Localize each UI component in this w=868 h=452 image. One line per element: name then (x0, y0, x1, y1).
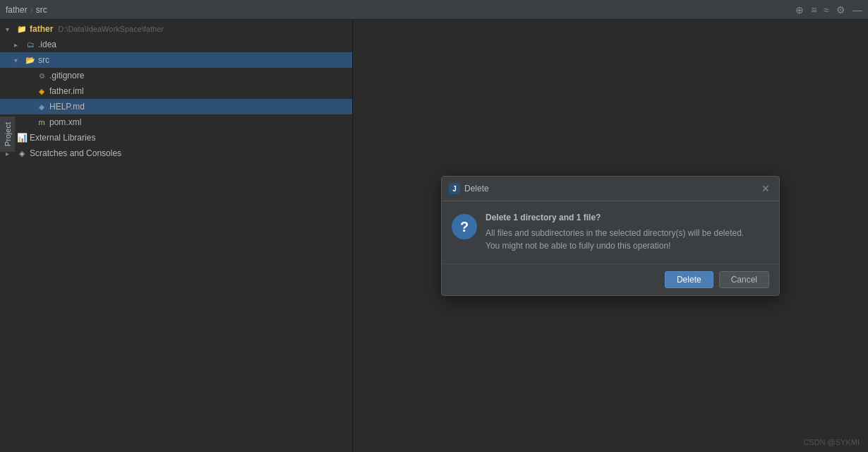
title-bar-icons: ⊕ ≡ ≈ ⚙ — (795, 4, 862, 16)
tree-item-gitignore[interactable]: ⚙ .gitignore (0, 68, 352, 83)
dialog-close-button[interactable]: ✕ (759, 182, 772, 195)
cancel-button[interactable]: Cancel (719, 271, 769, 288)
dialog-body: ? Delete 1 directory and 1 file? All fil… (442, 201, 779, 263)
dialog-app-icon: J (449, 183, 460, 194)
tree-label-idea: .idea (38, 40, 56, 49)
main-layout: 📁 father D:\Data\IdeaWorkSpace\father 🗂 … (0, 20, 868, 452)
locate-icon[interactable]: ⊕ (795, 4, 804, 16)
settings-icon[interactable]: ⚙ (836, 4, 845, 16)
tree-item-scratches[interactable]: ◈ Scratches and Consoles (0, 145, 352, 161)
project-tab-label: Project (4, 122, 12, 146)
dialog-header: J Delete ✕ (442, 177, 779, 201)
arrow-father (6, 25, 14, 33)
tree-label-father-iml: father.iml (49, 86, 84, 96)
tree-label-scratches: Scratches and Consoles (30, 148, 121, 158)
tree-item-father-iml[interactable]: ◈ father.iml (0, 83, 352, 99)
title-bar-title: father (6, 5, 28, 15)
collapse-icon[interactable]: ≈ (824, 4, 829, 16)
folder-icon-father: 📁 (16, 24, 28, 34)
watermark: CSDN @SYKMI (803, 438, 860, 446)
project-vertical-tab[interactable]: Project (0, 117, 16, 152)
folder-icon-src: 📂 (25, 55, 36, 65)
tree-item-help-md[interactable]: ◈ HELP.md (0, 99, 352, 114)
dialog-footer: Delete Cancel (442, 263, 779, 295)
arrow-src (14, 56, 23, 64)
tree-path-father: D:\Data\IdeaWorkSpace\father (58, 25, 164, 33)
tree-label-father: father (30, 24, 53, 34)
tree-label-pom-xml: pom.xml (49, 117, 81, 127)
question-icon: ? (452, 214, 477, 239)
tree-label-gitignore: .gitignore (49, 71, 84, 81)
ext-lib-icon: 📊 (16, 133, 28, 143)
tree-label-src: src (38, 55, 49, 65)
scroll-icon[interactable]: ≡ (811, 4, 816, 16)
folder-icon-idea: 🗂 (25, 40, 36, 49)
minimize-icon[interactable]: — (852, 4, 862, 16)
delete-dialog: J Delete ✕ ? Delete 1 directory and 1 fi… (441, 176, 780, 296)
tree-label-help-md: HELP.md (49, 102, 85, 112)
dialog-title: Delete (464, 184, 755, 194)
dialog-overlay: J Delete ✕ ? Delete 1 directory and 1 fi… (353, 20, 868, 452)
arrow-idea (14, 41, 23, 49)
delete-button[interactable]: Delete (665, 271, 713, 288)
tree-item-idea[interactable]: 🗂 .idea (0, 37, 352, 52)
git-icon: ⚙ (36, 71, 47, 81)
dialog-sub-text: All files and subdirectories in the sele… (486, 227, 769, 252)
iml-icon: ◈ (36, 86, 47, 96)
tree-label-ext-libraries: External Libraries (30, 133, 95, 143)
scratches-icon: ◈ (16, 148, 28, 158)
tree-item-father[interactable]: 📁 father D:\Data\IdeaWorkSpace\father (0, 21, 352, 37)
tree-item-ext-libraries[interactable]: 📊 External Libraries (0, 130, 352, 145)
md-icon: ◈ (36, 102, 47, 112)
right-area: Search Everywhere Double Shift Go to Fil… (353, 20, 868, 452)
tree-item-src[interactable]: 📂 src (0, 52, 352, 68)
dialog-main-text: Delete 1 directory and 1 file? (486, 213, 769, 222)
xml-icon: m (36, 117, 47, 127)
title-separator: › (30, 5, 33, 15)
title-bar-subtitle: src (36, 5, 47, 15)
title-bar: father › src ⊕ ≡ ≈ ⚙ — (0, 0, 868, 20)
file-tree: 📁 father D:\Data\IdeaWorkSpace\father 🗂 … (0, 20, 352, 452)
project-panel: 📁 father D:\Data\IdeaWorkSpace\father 🗂 … (0, 20, 353, 452)
tree-item-pom-xml[interactable]: m pom.xml (0, 114, 352, 130)
dialog-content: Delete 1 directory and 1 file? All files… (486, 213, 769, 252)
title-bar-left: father › src (6, 5, 47, 15)
